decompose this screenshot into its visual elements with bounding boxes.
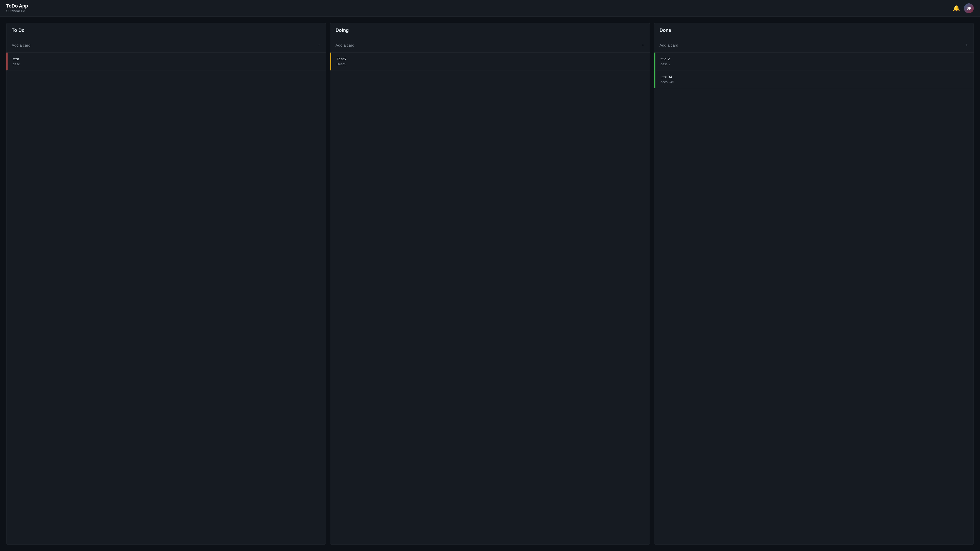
card-done-0[interactable]: title 2desc 2 [654, 52, 974, 70]
cards-list-doing: Test5Desc5 [330, 52, 649, 545]
column-header-done: Done [654, 23, 974, 38]
column-todo: To DoAdd a card+testdesc [6, 23, 326, 545]
kanban-board: To DoAdd a card+testdescDoingAdd a card+… [0, 17, 980, 551]
add-card-button-doing[interactable]: Add a card+ [330, 38, 649, 52]
card-title-done-1: test 34 [660, 75, 968, 79]
cards-list-done: title 2desc 2test 34decs 245 [654, 52, 974, 545]
card-title-done-0: title 2 [660, 57, 968, 61]
add-card-button-done[interactable]: Add a card+ [654, 38, 974, 52]
card-desc-todo-0: desc [13, 62, 320, 66]
bell-icon[interactable]: 🔔 [953, 5, 960, 12]
avatar[interactable]: SP [964, 3, 974, 13]
cards-list-todo: testdesc [6, 52, 326, 545]
column-header-doing: Doing [330, 23, 649, 38]
column-header-todo: To Do [6, 23, 326, 38]
add-card-label-todo: Add a card [12, 43, 30, 48]
card-doing-0[interactable]: Test5Desc5 [330, 52, 649, 70]
header-actions: 🔔 SP [953, 3, 974, 13]
column-doing: DoingAdd a card+Test5Desc5 [330, 23, 650, 545]
card-title-doing-0: Test5 [337, 57, 644, 61]
app-title: ToDo App [6, 3, 28, 9]
card-desc-done-0: desc 2 [660, 62, 968, 66]
app-brand: ToDo App Surendar Pd [6, 3, 28, 13]
add-card-label-doing: Add a card [336, 43, 355, 48]
card-desc-done-1: decs 245 [660, 80, 968, 84]
add-card-plus-icon-todo: + [318, 42, 321, 48]
add-card-button-todo[interactable]: Add a card+ [6, 38, 326, 52]
add-card-plus-icon-done: + [965, 42, 968, 48]
card-desc-doing-0: Desc5 [337, 62, 644, 66]
column-done: DoneAdd a card+title 2desc 2test 34decs … [654, 23, 974, 545]
card-title-todo-0: test [13, 57, 320, 61]
add-card-label-done: Add a card [660, 43, 678, 48]
card-done-1[interactable]: test 34decs 245 [654, 70, 974, 88]
app-header: ToDo App Surendar Pd 🔔 SP [0, 0, 980, 17]
add-card-plus-icon-doing: + [641, 42, 644, 48]
card-todo-0[interactable]: testdesc [6, 52, 326, 70]
app-subtitle: Surendar Pd [6, 9, 28, 13]
